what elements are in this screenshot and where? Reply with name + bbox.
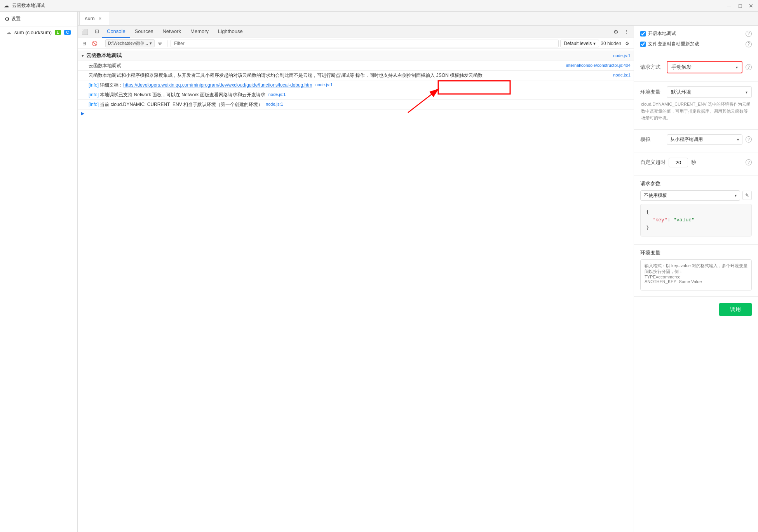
chevron-down-icon4: ▾ — [746, 90, 748, 94]
app-icon: ☁ — [4, 3, 9, 9]
tab-lighthouse[interactable]: Lighthouse — [213, 26, 247, 38]
timeout-label: 自定义超时 — [640, 159, 666, 166]
simulate-value: 从小程序端调用 — [670, 136, 703, 143]
auto-reload-checkbox[interactable] — [640, 42, 646, 47]
expand-button[interactable]: ▶ — [78, 110, 634, 117]
chevron-down-icon6: ▾ — [735, 193, 737, 198]
close-button[interactable]: ✕ — [748, 3, 754, 9]
clear-console-button[interactable]: 🚫 — [90, 39, 99, 48]
maximize-button[interactable]: □ — [737, 3, 743, 9]
tab-memory[interactable]: Memory — [186, 26, 213, 38]
env-value: 默认环境 — [671, 89, 691, 96]
request-method-label: 请求方式 — [640, 64, 664, 71]
env-vars-input[interactable] — [640, 259, 752, 290]
request-method-value: 手动触发 — [671, 64, 692, 71]
help-icon-3[interactable]: ? — [746, 64, 752, 70]
nav-item-label: sum (cloud/sum) — [14, 30, 52, 35]
main-content: ⬜ ⊡ Console Sources Network Memory Light… — [78, 26, 758, 532]
left-panel: ⚙ 设置 ☁ sum (cloud/sum) L C — [0, 12, 78, 532]
titlebar-left: ☁ 云函数本地调试 — [4, 2, 45, 9]
simulate-dropdown[interactable]: 从小程序端调用 ▾ — [667, 134, 742, 145]
info-text-3: 当前 cloud.DYNAMIC_CURRENT_ENV 相当于默认环境（第一个… — [100, 101, 263, 108]
code-block[interactable]: { "key": "value" } — [640, 204, 752, 236]
timeout-row: 自定义超时 秒 ? — [640, 158, 752, 167]
gear-icon: ⚙ — [5, 16, 10, 22]
log-entry-2: 云函数本地调试和小程序模拟器深度集成，从开发者工具小程序发起的对该云函数的请求均… — [78, 71, 634, 80]
log-info-2: [info] 本地调试已支持 Network 面板，可以在 Network 面板… — [78, 90, 634, 100]
titlebar-controls[interactable]: ─ □ ✕ — [726, 3, 754, 9]
timeout-unit: 秒 — [691, 159, 696, 166]
code-close-brace: } — [646, 225, 649, 231]
more-icon[interactable]: ⋮ — [622, 27, 631, 37]
tab-sum[interactable]: sum × — [79, 12, 109, 25]
filter-settings-icon[interactable]: ⚙ — [623, 39, 631, 48]
env-vars-label: 环境变量 — [640, 249, 752, 256]
params-template-dropdown[interactable]: 不使用模板 ▾ — [640, 190, 740, 201]
settings-item[interactable]: ⚙ 设置 — [5, 16, 73, 22]
log-file-2[interactable]: node.js:1 — [613, 72, 631, 78]
request-method-row: 请求方式 手动触发 ▾ ? — [640, 61, 752, 73]
params-row: 不使用模板 ▾ ✎ — [640, 190, 752, 201]
sidebar-toggle-button[interactable]: ⊟ — [80, 39, 89, 48]
request-method-dropdown[interactable]: 手动触发 ▾ — [667, 61, 742, 73]
hidden-count: 30 hidden — [601, 41, 621, 46]
filter-input[interactable] — [171, 40, 559, 47]
enable-debug-checkbox[interactable] — [640, 31, 646, 37]
simulate-label: 模拟 — [640, 136, 664, 143]
info-text-1: 详细文档：https://developers.weixin.qq.com/mi… — [100, 82, 312, 89]
eye-icon[interactable]: 👁 — [156, 40, 164, 47]
env-row: 环境变量 默认环境 ▾ — [640, 86, 752, 98]
info-file-3[interactable]: node.js:1 — [266, 101, 283, 108]
log-text-2: 云函数本地调试和小程序模拟器深度集成，从开发者工具小程序发起的对该云函数的请求均… — [89, 72, 610, 79]
help-icon-2[interactable]: ? — [746, 41, 752, 47]
console-area: ▼ 云函数本地调试 node.js:1 云函数本地调试 internal/con… — [78, 49, 634, 532]
tab-network[interactable]: Network — [158, 26, 186, 38]
tab-console[interactable]: Console — [102, 26, 130, 38]
help-icon-1[interactable]: ? — [746, 31, 752, 37]
console-wrapper: ⬜ ⊡ Console Sources Network Memory Light… — [78, 26, 634, 532]
info-bracket-3: [info] — [89, 101, 99, 108]
file-path[interactable]: D:\Wechatdev\微信... ▾ — [105, 39, 155, 47]
level-select[interactable]: Default levels ▾ — [560, 40, 599, 47]
auto-reload-checkbox-wrapper: 文件变更时自动重新加载 — [640, 41, 699, 47]
tab-bar: sum × — [78, 12, 758, 26]
timeout-input[interactable] — [669, 158, 688, 167]
chevron-down-icon: ▾ — [150, 41, 152, 46]
minimize-button[interactable]: ─ — [726, 3, 732, 9]
invoke-button[interactable]: 调用 — [719, 303, 752, 316]
chevron-down-icon3: ▾ — [736, 65, 738, 70]
tab-close-button[interactable]: × — [97, 16, 103, 22]
section-file[interactable]: node.js:1 — [613, 53, 631, 58]
help-icon-4[interactable]: ? — [746, 136, 752, 143]
triangle-icon: ▼ — [81, 54, 85, 58]
badge-l: L — [55, 30, 61, 35]
simulate-row: 模拟 从小程序端调用 ▾ ? — [640, 134, 752, 145]
sidebar-item-sum[interactable]: ☁ sum (cloud/sum) L C — [0, 26, 77, 38]
app-layout: ⚙ 设置 ☁ sum (cloud/sum) L C sum × ⬜ — [0, 12, 758, 532]
env-label: 环境变量 — [640, 89, 664, 96]
devtools-tabs: ⊡ Console Sources Network Memory Lightho… — [92, 26, 247, 38]
invoke-btn-row: 调用 — [634, 297, 758, 322]
log-file-1[interactable]: internal/console/constructor.js:404 — [566, 62, 631, 69]
env-description: cloud.DYNAMIC_CURRENT_ENV 选中的环境将作为云函数中该变… — [640, 101, 752, 122]
tab-sources[interactable]: Sources — [130, 26, 158, 38]
tab-inspector[interactable]: ⊡ — [92, 26, 102, 38]
help-icon-5[interactable]: ? — [746, 159, 752, 165]
inspect-icon[interactable]: ⬜ — [80, 27, 89, 37]
info-link-1[interactable]: https://developers.weixin.qq.com/minipro… — [123, 82, 312, 88]
chevron-down-icon2: ▾ — [593, 41, 596, 46]
settings-icon[interactable]: ⚙ — [611, 27, 620, 37]
code-value: "value" — [673, 217, 695, 223]
devtools-actions: ⚙ ⋮ — [611, 27, 631, 37]
env-section: 环境变量 默认环境 ▾ cloud.DYNAMIC_CURRENT_ENV 选中… — [634, 82, 758, 130]
auto-reload-label: 文件变更时自动重新加载 — [648, 41, 699, 47]
code-colon: : — [667, 217, 674, 223]
env-dropdown[interactable]: 默认环境 ▾ — [667, 86, 752, 98]
info-bracket-2: [info] — [89, 91, 99, 98]
params-section: 请求参数 不使用模板 ▾ ✎ { "key": "value" } — [634, 176, 758, 245]
info-file-2[interactable]: node.js:1 — [268, 91, 286, 98]
info-file-1[interactable]: node.js:1 — [315, 82, 333, 88]
params-edit-icon[interactable]: ✎ — [742, 191, 752, 200]
separator2 — [167, 40, 167, 47]
chevron-down-icon5: ▾ — [737, 137, 739, 142]
